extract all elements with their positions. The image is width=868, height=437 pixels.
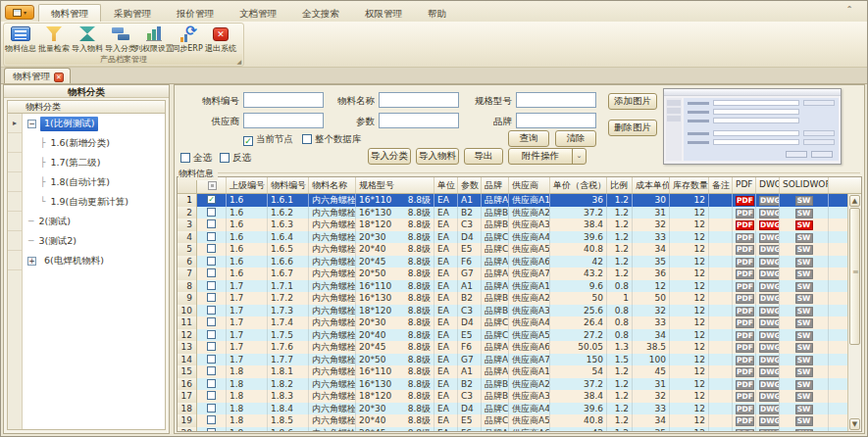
sw-badge[interactable]: SW (795, 380, 813, 390)
dwg-badge[interactable]: DWG (759, 405, 780, 414)
pdf-badge[interactable]: PDF (736, 367, 754, 377)
pdf-badge[interactable]: PDF (736, 269, 754, 279)
row-checkbox[interactable] (207, 415, 216, 424)
dwg-badge[interactable]: DWG (759, 269, 780, 279)
query-button[interactable]: 查询 (508, 130, 549, 147)
table-row[interactable]: 21.61.6.2内六角螺栓216*1308.8级EAB2品牌B供应商A237.… (178, 207, 861, 219)
dwg-badge[interactable]: DWG (759, 196, 780, 206)
attachment-operation-button[interactable]: 附件操作 ⌄ (508, 148, 587, 165)
table-row[interactable]: 191.81.8.5内六角螺栓520*408.8级EAE5品牌C供应商A540.… (178, 414, 861, 427)
dwg-badge[interactable]: DWG (759, 416, 780, 426)
row-checkbox[interactable] (207, 330, 216, 339)
dwg-badge[interactable]: DWG (759, 294, 780, 304)
sw-badge[interactable]: SW (795, 282, 813, 292)
ribbon-tab-1[interactable]: 采购管理 (101, 4, 164, 22)
header-checkbox-icon[interactable] (208, 181, 217, 190)
sw-badge[interactable]: SW (795, 245, 813, 255)
row-checkbox[interactable] (207, 317, 216, 326)
table-row[interactable]: 131.71.7.6内六角螺栓620*458.8级EAF6品牌A供应商A650.… (178, 341, 861, 354)
dwg-badge[interactable]: DWG (759, 282, 780, 292)
table-row[interactable]: 51.61.6.5内六角螺栓520*408.8级EAE5品牌C供应商A540.8… (178, 243, 861, 256)
pdf-badge[interactable]: PDF (736, 196, 754, 206)
export-button[interactable]: 导出 (464, 148, 503, 165)
dwg-badge[interactable]: DWG (759, 343, 780, 353)
ribbon-tab-2[interactable]: 报价管理 (164, 4, 227, 22)
scroll-down-icon[interactable]: ▼ (849, 418, 860, 430)
dwg-badge[interactable]: DWG (759, 331, 780, 341)
row-checkbox[interactable] (207, 257, 216, 266)
param-input[interactable] (379, 113, 459, 128)
current-node-checkbox[interactable]: ✓当前节点 (243, 133, 293, 146)
import-material-button[interactable]: 导入物料 (416, 148, 459, 165)
add-image-button[interactable]: 添加图片 (608, 93, 657, 110)
ribbon-button-1[interactable]: 批量检索 (37, 24, 71, 54)
ribbon-tab-4[interactable]: 全文搜索 (289, 4, 352, 22)
pdf-badge[interactable]: PDF (736, 220, 754, 230)
sw-badge[interactable]: SW (795, 294, 813, 304)
delete-image-button[interactable]: 删除图片 (608, 120, 657, 136)
brand-input[interactable] (516, 113, 596, 128)
sw-badge[interactable]: SW (795, 209, 813, 218)
sw-badge[interactable]: SW (795, 269, 813, 279)
table-row[interactable]: 201.81.8.6内六角螺栓620*458.8级EAF6品牌A供应商A6421… (178, 427, 861, 433)
ribbon-button-6[interactable]: ✕退出系统 (204, 24, 237, 54)
sw-badge[interactable]: SW (795, 318, 813, 328)
sw-badge[interactable]: SW (795, 343, 813, 353)
table-row[interactable]: 171.81.8.3内六角螺栓318*1208.8级EAC3品牌B供应商A338… (178, 390, 861, 403)
import-category-button[interactable]: 导入分类 (368, 148, 411, 165)
pdf-badge[interactable]: PDF (736, 356, 754, 365)
table-row[interactable]: 81.71.7.1内六角螺栓116*1108.8级EAA1品牌A供应商A19.6… (178, 280, 861, 293)
invert-select-checkbox[interactable]: 反选 (220, 152, 251, 165)
chevron-down-icon[interactable]: ⌄ (572, 149, 586, 164)
table-row[interactable]: 71.61.6.7内六角螺栓720*508.8级EAG7品牌A供应商A743.2… (178, 267, 861, 280)
pdf-badge[interactable]: PDF (736, 318, 754, 328)
pdf-badge[interactable]: PDF (736, 245, 754, 255)
collapse-icon[interactable]: − (27, 120, 36, 128)
dwg-badge[interactable]: DWG (759, 380, 780, 390)
pdf-badge[interactable]: PDF (736, 307, 754, 316)
table-row[interactable]: 161.81.8.2内六角螺栓216*1308.8级EAB2品牌B供应商A237… (178, 378, 861, 391)
pdf-badge[interactable]: PDF (736, 209, 754, 218)
row-checkbox[interactable] (207, 366, 216, 375)
dwg-badge[interactable]: DWG (759, 220, 780, 230)
expand-icon[interactable]: + (27, 257, 36, 266)
sw-badge[interactable]: SW (795, 233, 813, 243)
supplier-input[interactable] (243, 113, 324, 128)
row-checkbox[interactable] (207, 404, 216, 413)
ribbon-button-3[interactable]: 导入分类 (104, 24, 137, 54)
material-name-input[interactable] (379, 92, 459, 108)
pdf-badge[interactable]: PDF (736, 380, 754, 390)
sw-badge[interactable]: SW (795, 429, 813, 433)
sw-badge[interactable]: SW (795, 416, 813, 426)
ribbon-tab-5[interactable]: 权限管理 (352, 4, 415, 22)
pdf-badge[interactable]: PDF (736, 405, 754, 414)
sw-badge[interactable]: SW (795, 405, 813, 414)
pdf-badge[interactable]: PDF (736, 233, 754, 243)
ribbon-tab-6[interactable]: 帮助 (415, 4, 459, 22)
table-row[interactable]: 61.61.6.6内六角螺栓620*458.8级EAF6品牌A供应商A6421.… (178, 256, 861, 268)
row-checkbox[interactable] (207, 306, 216, 315)
ribbon-tab-0[interactable]: 物料管理 (38, 4, 101, 22)
row-checkbox[interactable] (207, 219, 216, 228)
sw-badge[interactable]: SW (795, 220, 813, 230)
pdf-badge[interactable]: PDF (736, 331, 754, 341)
tree-item-3[interactable]: ├1.8(自动计算) (23, 172, 165, 192)
material-code-input[interactable] (243, 92, 324, 108)
tree-item-6[interactable]: ─3(测试2) (23, 231, 165, 251)
pdf-badge[interactable]: PDF (736, 294, 754, 304)
dwg-badge[interactable]: DWG (759, 429, 780, 433)
table-row[interactable]: 181.81.8.4内六角螺栓420*308.8级EAD4品牌C供应商A439.… (178, 403, 861, 415)
ribbon-collapse-icon[interactable]: ⌃ (843, 5, 855, 15)
row-checkbox[interactable] (207, 244, 216, 253)
pdf-badge[interactable]: PDF (736, 429, 754, 433)
dwg-badge[interactable]: DWG (759, 209, 780, 218)
table-row[interactable]: 151.81.8.1内六角螺栓116*1108.8级EAA1品牌A供应商A154… (178, 365, 861, 378)
sw-badge[interactable]: SW (795, 331, 813, 341)
ribbon-tab-3[interactable]: 文档管理 (227, 4, 289, 22)
tree-item-7[interactable]: +6(电焊机物料) (23, 251, 165, 270)
row-checkbox[interactable] (207, 232, 216, 241)
table-row[interactable]: 1✓1.61.6.1内六角螺栓116*1108.8级EAA1品牌A供应商A136… (178, 194, 861, 207)
pdf-badge[interactable]: PDF (736, 392, 754, 402)
table-row[interactable]: 31.61.6.3内六角螺栓318*1208.8级EAC3品牌B供应商A338.… (178, 218, 861, 231)
dwg-badge[interactable]: DWG (759, 307, 780, 316)
